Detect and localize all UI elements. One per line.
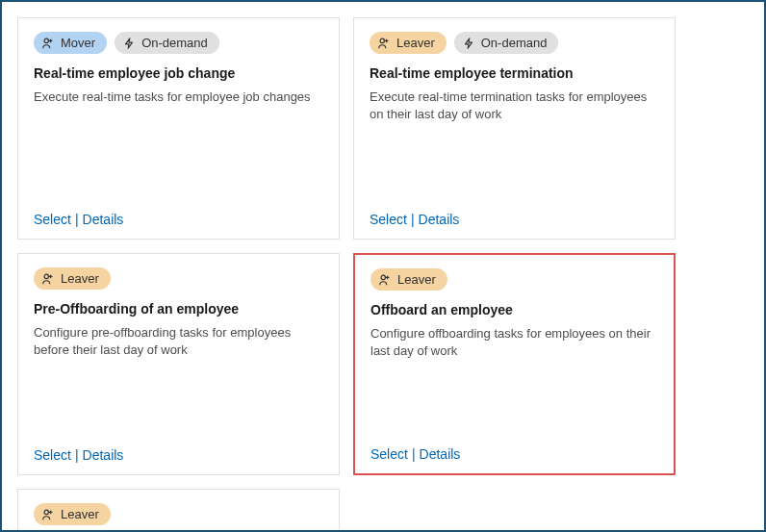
badge-ondemand: On-demand (454, 32, 559, 54)
person-plus-icon (41, 37, 55, 50)
badge-leaver: Leaver (34, 503, 111, 525)
card-description: Execute real-time tasks for employee job… (34, 89, 323, 106)
action-divider: | (75, 212, 79, 227)
badge-leaver: Leaver (34, 267, 111, 290)
svg-point-3 (381, 275, 385, 279)
badge-ondemand: On-demand (115, 32, 219, 54)
badge-label: On-demand (141, 36, 208, 50)
details-link[interactable]: Details (83, 212, 124, 227)
badge-label: On-demand (481, 36, 548, 50)
badge-label: Leaver (397, 272, 436, 287)
card-title: Real-time employee job change (34, 65, 323, 81)
badge-label: Leaver (396, 36, 435, 50)
workflow-card: LeaverOffboard an employeeConfigure offb… (353, 253, 676, 475)
person-plus-icon (41, 272, 55, 286)
select-link[interactable]: Select (34, 212, 71, 227)
workflow-card: LeaverPost-Offboarding of an employeeCon… (17, 489, 340, 532)
workflow-card: LeaverPre-Offboarding of an employeeConf… (17, 253, 340, 475)
card-title: Pre-Offboarding of an employee (34, 301, 323, 317)
card-description: Configure pre-offboarding tasks for empl… (34, 324, 323, 359)
card-actions: Select|Details (370, 446, 658, 462)
select-link[interactable]: Select (370, 446, 408, 462)
svg-point-1 (380, 38, 384, 42)
badge-label: Leaver (61, 271, 99, 286)
badge-row: Leaver (34, 267, 323, 290)
person-plus-icon (378, 273, 392, 287)
details-link[interactable]: Details (420, 446, 461, 462)
badge-row: Leaver (34, 503, 323, 525)
workflow-card: LeaverOn-demandReal-time employee termin… (353, 17, 676, 240)
card-description: Execute real-time termination tasks for … (370, 89, 659, 123)
badge-row: LeaverOn-demand (370, 32, 659, 54)
workflow-card: MoverOn-demandReal-time employee job cha… (17, 17, 340, 240)
badge-row: MoverOn-demand (34, 32, 323, 54)
person-plus-icon (377, 37, 391, 50)
action-divider: | (75, 447, 79, 463)
badge-mover: Mover (34, 32, 107, 54)
badge-row: Leaver (370, 268, 658, 291)
person-plus-icon (41, 508, 55, 521)
card-title: Offboard an employee (370, 302, 658, 317)
badge-label: Leaver (61, 507, 99, 521)
badge-leaver: Leaver (370, 32, 447, 54)
action-divider: | (412, 446, 416, 462)
bolt-icon (462, 37, 475, 50)
details-link[interactable]: Details (83, 447, 124, 463)
details-link[interactable]: Details (419, 212, 460, 227)
card-description: Configure offboarding tasks for employee… (370, 325, 658, 360)
select-link[interactable]: Select (34, 447, 71, 463)
bolt-icon (122, 37, 136, 50)
badge-leaver: Leaver (370, 268, 447, 291)
card-actions: Select|Details (34, 447, 323, 463)
card-actions: Select|Details (34, 212, 323, 227)
badge-label: Mover (61, 36, 95, 50)
card-actions: Select|Details (370, 212, 659, 227)
svg-point-0 (44, 38, 48, 42)
svg-point-4 (44, 510, 48, 514)
svg-point-2 (44, 274, 48, 278)
card-title: Real-time employee termination (370, 65, 659, 81)
action-divider: | (411, 212, 415, 227)
select-link[interactable]: Select (370, 212, 407, 227)
